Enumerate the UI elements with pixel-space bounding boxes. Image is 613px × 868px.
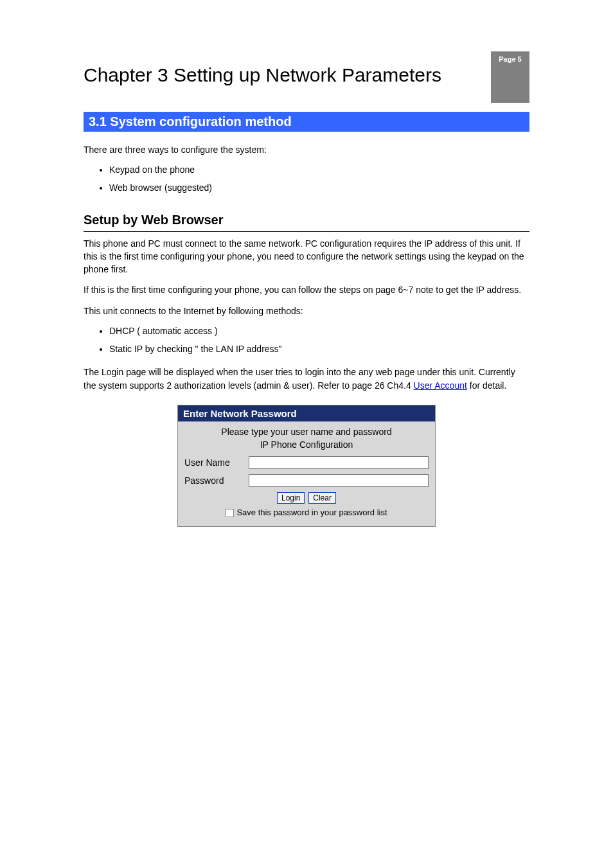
list-item: Web browser (suggested) [109, 182, 529, 195]
username-input[interactable] [249, 456, 429, 469]
login-actions: Login Clear [184, 492, 429, 504]
list-item: Static IP by checking " the LAN IP addre… [109, 343, 529, 356]
page-container: Page 5 Chapter 3 Setting up Network Para… [0, 0, 613, 565]
password-label: Password [184, 475, 249, 486]
list-item: DHCP ( automatic access ) [109, 325, 529, 338]
login-subtitle: IP Phone Configuration [184, 439, 429, 450]
connect-methods-list: DHCP ( automatic access ) Static IP by c… [84, 325, 529, 355]
subsection-heading: Setup by Web Browser [84, 213, 529, 232]
user-account-link[interactable]: User Account [414, 380, 467, 391]
paragraph-3: This unit connects to the Internet by fo… [84, 305, 529, 317]
page-tab-label: Page 5 [491, 51, 529, 63]
config-methods-list: Keypad on the phone Web browser (suggest… [84, 164, 529, 194]
password-row: Password [184, 474, 429, 487]
clear-button[interactable]: Clear [308, 492, 336, 504]
paragraph-2: If this is the first time configuring yo… [84, 283, 529, 296]
chapter-title: Chapter 3 Setting up Network Parameters [84, 64, 529, 86]
save-password-row: Save this password in your password list [184, 508, 429, 517]
password-input[interactable] [249, 474, 429, 487]
p2-suffix: to get the IP address. [433, 285, 521, 295]
p4-suffix: for detail. [467, 380, 506, 391]
p2-prefix: If this is the first time configuring yo… [84, 285, 375, 295]
login-button[interactable]: Login [277, 492, 305, 504]
paragraph-4: The Login page will be displayed when th… [84, 366, 529, 392]
section-title-bar: 3.1 System configuration method [84, 112, 529, 132]
username-row: User Name [184, 456, 429, 469]
login-dialog: Enter Network Password Please type your … [177, 405, 436, 527]
page-side-tab: Page 5 [491, 51, 529, 103]
login-dialog-body: Please type your user name and password … [178, 421, 435, 526]
save-password-checkbox[interactable] [226, 509, 234, 517]
username-label: User Name [184, 457, 249, 468]
login-prompt: Please type your user name and password [184, 427, 429, 437]
list-item: Keypad on the phone [109, 164, 529, 177]
p2-ref: page 6~7 note [375, 285, 433, 295]
login-dialog-header: Enter Network Password [178, 405, 435, 421]
paragraph-1: This phone and PC must connect to the sa… [84, 237, 529, 276]
save-password-label: Save this password in your password list [236, 508, 387, 517]
section-intro: There are three ways to configure the sy… [84, 143, 529, 156]
